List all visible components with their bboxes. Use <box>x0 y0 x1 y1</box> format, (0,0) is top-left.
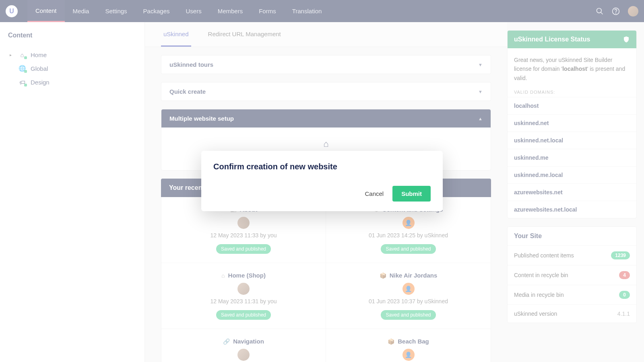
submit-button[interactable]: Submit <box>392 186 431 202</box>
modal-overlay: Confirm creation of new website Cancel S… <box>0 0 644 362</box>
cancel-button[interactable]: Cancel <box>365 190 384 197</box>
confirm-modal: Confirm creation of new website Cancel S… <box>201 151 443 211</box>
modal-title: Confirm creation of new website <box>213 162 431 171</box>
